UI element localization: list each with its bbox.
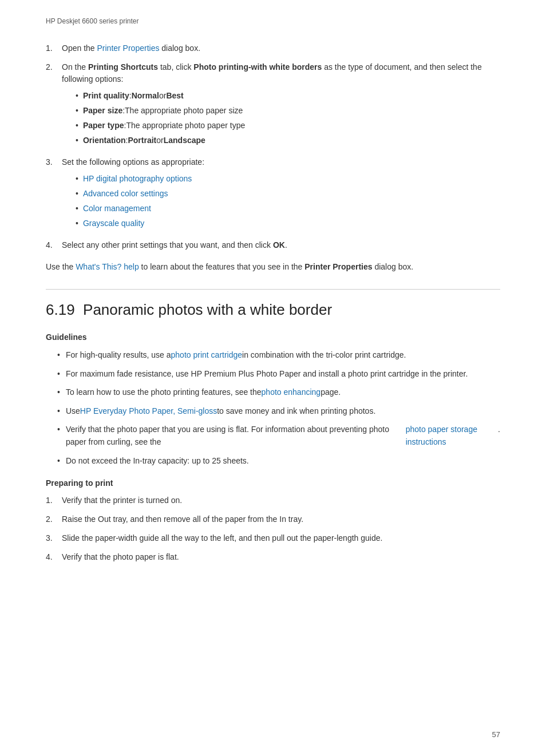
photo-enhancing-link[interactable]: photo enhancing bbox=[262, 386, 321, 398]
guideline-1-prefix: For high-quality results, use a bbox=[66, 349, 171, 361]
step-4: 4. Select any other print settings that … bbox=[46, 239, 500, 251]
photo-storage-link[interactable]: photo paper storage instructions bbox=[406, 423, 498, 449]
prep-step-4-content: Verify that the photo paper is flat. bbox=[62, 551, 500, 563]
sub-papertype-text: The appropriate photo paper type bbox=[126, 120, 245, 132]
sub-papersize-text: The appropriate photo paper size bbox=[125, 105, 243, 117]
step-3-link-item-4: Grayscale quality bbox=[76, 217, 500, 229]
sub-quality-normal: Normal bbox=[132, 90, 159, 102]
sub-item-paper-size: Paper size: The appropriate photo paper … bbox=[76, 105, 500, 117]
guidelines-list: For high-quality results, use a photo pr… bbox=[57, 349, 500, 467]
sub-orient-or: or bbox=[156, 134, 163, 147]
guideline-4-suffix: to save money and ink when printing phot… bbox=[217, 405, 375, 417]
prep-step-1: 1. Verify that the printer is turned on. bbox=[46, 494, 500, 506]
step-4-content: Select any other print settings that you… bbox=[62, 239, 500, 251]
guideline-5-suffix: . bbox=[498, 423, 500, 436]
guideline-item-3: To learn how to use the photo printing f… bbox=[57, 386, 500, 398]
prep-step-4-num: 4. bbox=[46, 551, 62, 563]
preparing-heading: Preparing to print bbox=[46, 478, 500, 488]
step-2-sub-list: Print quality: Normal or Best Paper size… bbox=[76, 90, 500, 147]
sub-orient-label: Orientation bbox=[83, 134, 126, 147]
sub-quality-or: or bbox=[159, 90, 166, 102]
step-3-text: Set the following options as appropriate… bbox=[62, 157, 204, 167]
sub-quality-best: Best bbox=[166, 90, 183, 102]
step-3-link-item-3: Color management bbox=[76, 203, 500, 215]
step-1-number: 1. bbox=[46, 42, 62, 54]
step-4-prefix: Select any other print settings that you… bbox=[62, 240, 273, 250]
preparing-list: 1. Verify that the printer is turned on.… bbox=[46, 494, 500, 563]
prep-step-2: 2. Raise the Out tray, and then remove a… bbox=[46, 513, 500, 525]
step-1: 1. Open the Printer Properties dialog bo… bbox=[46, 42, 500, 54]
sub-papersize-label: Paper size bbox=[83, 105, 122, 117]
sub-orient-landscape: Landscape bbox=[164, 134, 205, 147]
sub-orient-portrait: Portrait bbox=[128, 134, 156, 147]
guideline-item-6: Do not exceed the In-tray capacity: up t… bbox=[57, 454, 500, 467]
page-header: HP Deskjet 6600 series printer bbox=[46, 11, 500, 25]
guideline-6-text: Do not exceed the In-tray capacity: up t… bbox=[66, 454, 249, 467]
printer-properties-link[interactable]: Printer Properties bbox=[97, 43, 160, 53]
guidelines-heading: Guidelines bbox=[46, 333, 500, 342]
step-2-content: On the Printing Shortcuts tab, click Pho… bbox=[62, 61, 500, 149]
step-3-number: 3. bbox=[46, 156, 62, 232]
prep-step-2-num: 2. bbox=[46, 513, 62, 525]
step-4-number: 4. bbox=[46, 239, 62, 251]
guideline-item-2: For maximum fade resistance, use HP Prem… bbox=[57, 367, 500, 380]
section-heading: Panoramic photos with a white border bbox=[83, 301, 332, 318]
use-prefix: Use the bbox=[46, 262, 76, 271]
guideline-item-5: Verify that the photo paper that you are… bbox=[57, 423, 500, 449]
step-2-bold2: Photo printing-with white borders bbox=[193, 62, 322, 72]
step-4-suffix: . bbox=[285, 240, 287, 250]
hp-digital-link[interactable]: HP digital photography options bbox=[83, 173, 192, 185]
section-number: 6.19 bbox=[46, 301, 75, 318]
advanced-color-link[interactable]: Advanced color settings bbox=[83, 188, 168, 200]
section-divider bbox=[46, 289, 500, 290]
guideline-4-prefix: Use bbox=[66, 405, 80, 417]
guideline-item-4: Use HP Everyday Photo Paper, Semi-gloss … bbox=[57, 405, 500, 417]
whats-this-link[interactable]: What's This? help bbox=[76, 262, 139, 271]
sub-papertype-label: Paper type bbox=[83, 120, 124, 132]
step-3-links-list: HP digital photography options Advanced … bbox=[76, 173, 500, 229]
step-3-link-item-2: Advanced color settings bbox=[76, 188, 500, 200]
step-2: 2. On the Printing Shortcuts tab, click … bbox=[46, 61, 500, 149]
steps-list: 1. Open the Printer Properties dialog bo… bbox=[46, 42, 500, 251]
prep-step-1-content: Verify that the printer is turned on. bbox=[62, 494, 500, 506]
use-bold: Printer Properties bbox=[304, 262, 372, 271]
prep-step-1-num: 1. bbox=[46, 494, 62, 506]
color-management-link[interactable]: Color management bbox=[83, 203, 151, 215]
guideline-item-1: For high-quality results, use a photo pr… bbox=[57, 349, 500, 361]
guideline-3-prefix: To learn how to use the photo printing f… bbox=[66, 386, 262, 398]
step-2-number: 2. bbox=[46, 61, 62, 149]
guideline-5-prefix: Verify that the photo paper that you are… bbox=[66, 423, 406, 449]
use-suffix: dialog box. bbox=[373, 262, 414, 271]
step-3-content: Set the following options as appropriate… bbox=[62, 156, 500, 232]
page-container: HP Deskjet 6600 series printer 1. Open t… bbox=[0, 0, 546, 756]
guideline-1-suffix: in combination with the tri-color print … bbox=[242, 349, 406, 361]
sub-item-orientation: Orientation: Portrait or Landscape bbox=[76, 134, 500, 147]
page-number: 57 bbox=[492, 730, 500, 739]
sub-quality-label: Print quality bbox=[83, 90, 129, 102]
step-1-suffix: dialog box. bbox=[159, 43, 200, 53]
guideline-2-text: For maximum fade resistance, use HP Prem… bbox=[66, 367, 468, 380]
prep-step-3-content: Slide the paper-width guide all the way … bbox=[62, 532, 500, 544]
grayscale-link[interactable]: Grayscale quality bbox=[83, 217, 144, 229]
header-title: HP Deskjet 6600 series printer bbox=[46, 17, 139, 25]
prep-step-3: 3. Slide the paper-width guide all the w… bbox=[46, 532, 500, 544]
prep-step-4: 4. Verify that the photo paper is flat. bbox=[46, 551, 500, 563]
photo-print-cartridge-link[interactable]: photo print cartridge bbox=[171, 349, 243, 361]
step-1-content: Open the Printer Properties dialog box. bbox=[62, 42, 500, 54]
step-2-bold1: Printing Shortcuts bbox=[88, 62, 158, 72]
use-text-paragraph: Use the What's This? help to learn about… bbox=[46, 260, 500, 273]
step-4-ok: OK bbox=[273, 240, 285, 250]
step-2-prefix: On the bbox=[62, 62, 88, 72]
step-1-prefix: Open the bbox=[62, 43, 97, 53]
section-title: 6.19 Panoramic photos with a white borde… bbox=[46, 301, 500, 319]
prep-step-2-content: Raise the Out tray, and then remove all … bbox=[62, 513, 500, 525]
sub-item-quality: Print quality: Normal or Best bbox=[76, 90, 500, 102]
sub-item-paper-type: Paper type: The appropriate photo paper … bbox=[76, 120, 500, 132]
prep-step-3-num: 3. bbox=[46, 532, 62, 544]
step-3-link-item-1: HP digital photography options bbox=[76, 173, 500, 185]
step-2-middle: tab, click bbox=[158, 62, 193, 72]
guideline-3-suffix: page. bbox=[321, 386, 341, 398]
hp-everyday-link[interactable]: HP Everyday Photo Paper, Semi-gloss bbox=[80, 405, 217, 417]
step-3: 3. Set the following options as appropri… bbox=[46, 156, 500, 232]
use-middle: to learn about the features that you see… bbox=[139, 262, 305, 271]
